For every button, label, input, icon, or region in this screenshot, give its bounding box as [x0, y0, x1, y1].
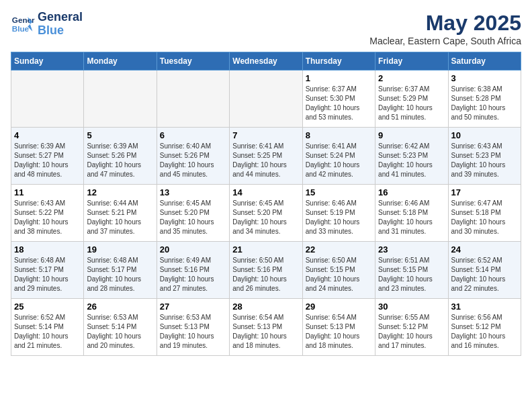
day-number: 27 — [160, 302, 226, 312]
day-number: 25 — [14, 302, 81, 312]
day-number: 31 — [451, 302, 518, 312]
calendar-cell — [84, 71, 157, 128]
calendar-cell: 6Sunrise: 6:40 AMSunset: 5:26 PMDaylight… — [157, 128, 229, 185]
day-number: 15 — [306, 187, 372, 197]
calendar-cell: 17Sunrise: 6:47 AMSunset: 5:18 PMDayligh… — [448, 185, 521, 242]
calendar-cell: 11Sunrise: 6:43 AMSunset: 5:22 PMDayligh… — [11, 185, 84, 242]
day-number: 20 — [160, 244, 226, 255]
calendar-cell: 20Sunrise: 6:49 AMSunset: 5:16 PMDayligh… — [157, 242, 229, 299]
day-info: Sunrise: 6:47 AMSunset: 5:18 PMDaylight:… — [451, 199, 518, 236]
calendar-week-2: 4Sunrise: 6:39 AMSunset: 5:27 PMDaylight… — [11, 128, 521, 185]
calendar-cell — [157, 71, 229, 128]
day-info: Sunrise: 6:53 AMSunset: 5:14 PMDaylight:… — [87, 313, 153, 351]
day-number: 7 — [232, 130, 299, 140]
day-number: 5 — [87, 130, 153, 140]
main-title: May 2025 — [369, 11, 521, 36]
calendar-cell: 29Sunrise: 6:54 AMSunset: 5:13 PMDayligh… — [302, 299, 375, 356]
day-info: Sunrise: 6:41 AMSunset: 5:25 PMDaylight:… — [232, 142, 299, 179]
day-number: 24 — [451, 244, 518, 255]
day-info: Sunrise: 6:41 AMSunset: 5:24 PMDaylight:… — [306, 142, 372, 179]
header-monday: Monday — [84, 52, 157, 71]
day-info: Sunrise: 6:51 AMSunset: 5:15 PMDaylight:… — [378, 256, 445, 293]
day-number: 22 — [306, 244, 372, 255]
day-number: 29 — [306, 302, 372, 312]
calendar-cell: 13Sunrise: 6:45 AMSunset: 5:20 PMDayligh… — [157, 185, 229, 242]
calendar-cell: 30Sunrise: 6:55 AMSunset: 5:12 PMDayligh… — [375, 299, 448, 356]
calendar-cell: 23Sunrise: 6:51 AMSunset: 5:15 PMDayligh… — [375, 242, 448, 299]
day-info: Sunrise: 6:45 AMSunset: 5:20 PMDaylight:… — [160, 199, 226, 236]
day-info: Sunrise: 6:40 AMSunset: 5:26 PMDaylight:… — [160, 142, 226, 179]
logo-icon: General Blue — [11, 12, 35, 36]
calendar-cell: 26Sunrise: 6:53 AMSunset: 5:14 PMDayligh… — [84, 299, 157, 356]
calendar-cell: 19Sunrise: 6:48 AMSunset: 5:17 PMDayligh… — [84, 242, 157, 299]
calendar-cell: 8Sunrise: 6:41 AMSunset: 5:24 PMDaylight… — [302, 128, 375, 185]
calendar-cell: 25Sunrise: 6:52 AMSunset: 5:14 PMDayligh… — [11, 299, 84, 356]
day-number: 18 — [14, 244, 81, 255]
day-number: 8 — [306, 130, 372, 140]
day-info: Sunrise: 6:54 AMSunset: 5:13 PMDaylight:… — [232, 313, 299, 351]
calendar-cell: 1Sunrise: 6:37 AMSunset: 5:30 PMDaylight… — [302, 71, 375, 128]
svg-text:Blue: Blue — [12, 24, 30, 33]
title-area: May 2025 Maclear, Eastern Cape, South Af… — [369, 11, 521, 46]
day-info: Sunrise: 6:37 AMSunset: 5:29 PMDaylight:… — [378, 85, 445, 122]
day-info: Sunrise: 6:38 AMSunset: 5:28 PMDaylight:… — [451, 85, 518, 122]
subtitle: Maclear, Eastern Cape, South Africa — [369, 36, 521, 46]
header-tuesday: Tuesday — [157, 52, 229, 71]
calendar-cell: 14Sunrise: 6:45 AMSunset: 5:20 PMDayligh… — [230, 185, 302, 242]
day-number: 6 — [160, 130, 226, 140]
day-info: Sunrise: 6:46 AMSunset: 5:19 PMDaylight:… — [306, 199, 372, 236]
day-number: 21 — [232, 244, 299, 255]
calendar-cell — [230, 71, 302, 128]
svg-text:General: General — [12, 15, 35, 24]
day-info: Sunrise: 6:37 AMSunset: 5:30 PMDaylight:… — [306, 85, 372, 122]
day-info: Sunrise: 6:50 AMSunset: 5:16 PMDaylight:… — [232, 256, 299, 293]
day-info: Sunrise: 6:43 AMSunset: 5:22 PMDaylight:… — [14, 199, 81, 236]
day-number: 2 — [378, 73, 445, 83]
calendar-cell: 9Sunrise: 6:42 AMSunset: 5:23 PMDaylight… — [375, 128, 448, 185]
calendar-cell — [11, 71, 84, 128]
day-info: Sunrise: 6:46 AMSunset: 5:18 PMDaylight:… — [378, 199, 445, 236]
day-number: 17 — [451, 187, 518, 197]
day-number: 19 — [87, 244, 153, 255]
header-friday: Friday — [375, 52, 448, 71]
day-number: 30 — [378, 302, 445, 312]
day-number: 1 — [306, 73, 372, 83]
day-number: 26 — [87, 302, 153, 312]
day-number: 9 — [378, 130, 445, 140]
day-number: 14 — [232, 187, 299, 197]
calendar-cell: 16Sunrise: 6:46 AMSunset: 5:18 PMDayligh… — [375, 185, 448, 242]
calendar-week-5: 25Sunrise: 6:52 AMSunset: 5:14 PMDayligh… — [11, 299, 521, 356]
calendar-cell: 12Sunrise: 6:44 AMSunset: 5:21 PMDayligh… — [84, 185, 157, 242]
day-info: Sunrise: 6:52 AMSunset: 5:14 PMDaylight:… — [14, 313, 81, 351]
day-number: 3 — [451, 73, 518, 83]
calendar-cell: 7Sunrise: 6:41 AMSunset: 5:25 PMDaylight… — [230, 128, 302, 185]
day-info: Sunrise: 6:53 AMSunset: 5:13 PMDaylight:… — [160, 313, 226, 351]
day-info: Sunrise: 6:39 AMSunset: 5:26 PMDaylight:… — [87, 142, 153, 179]
calendar-cell: 2Sunrise: 6:37 AMSunset: 5:29 PMDaylight… — [375, 71, 448, 128]
calendar-table: SundayMondayTuesdayWednesdayThursdayFrid… — [11, 52, 521, 356]
logo: General Blue General Blue — [11, 11, 83, 38]
day-info: Sunrise: 6:45 AMSunset: 5:20 PMDaylight:… — [232, 199, 299, 236]
header-thursday: Thursday — [302, 52, 375, 71]
page-header: General Blue General Blue May 2025 Macle… — [11, 11, 521, 46]
calendar-cell: 10Sunrise: 6:43 AMSunset: 5:23 PMDayligh… — [448, 128, 521, 185]
calendar-cell: 24Sunrise: 6:52 AMSunset: 5:14 PMDayligh… — [448, 242, 521, 299]
header-sunday: Sunday — [11, 52, 84, 71]
day-number: 4 — [14, 130, 81, 140]
calendar-header-row: SundayMondayTuesdayWednesdayThursdayFrid… — [11, 52, 521, 71]
calendar-cell: 28Sunrise: 6:54 AMSunset: 5:13 PMDayligh… — [230, 299, 302, 356]
day-info: Sunrise: 6:50 AMSunset: 5:15 PMDaylight:… — [306, 256, 372, 293]
day-info: Sunrise: 6:52 AMSunset: 5:14 PMDaylight:… — [451, 256, 518, 293]
calendar-cell: 3Sunrise: 6:38 AMSunset: 5:28 PMDaylight… — [448, 71, 521, 128]
day-number: 10 — [451, 130, 518, 140]
calendar-cell: 18Sunrise: 6:48 AMSunset: 5:17 PMDayligh… — [11, 242, 84, 299]
day-info: Sunrise: 6:56 AMSunset: 5:12 PMDaylight:… — [451, 313, 518, 351]
day-info: Sunrise: 6:43 AMSunset: 5:23 PMDaylight:… — [451, 142, 518, 179]
day-info: Sunrise: 6:42 AMSunset: 5:23 PMDaylight:… — [378, 142, 445, 179]
day-info: Sunrise: 6:55 AMSunset: 5:12 PMDaylight:… — [378, 313, 445, 351]
day-info: Sunrise: 6:39 AMSunset: 5:27 PMDaylight:… — [14, 142, 81, 179]
day-info: Sunrise: 6:49 AMSunset: 5:16 PMDaylight:… — [160, 256, 226, 293]
calendar-week-4: 18Sunrise: 6:48 AMSunset: 5:17 PMDayligh… — [11, 242, 521, 299]
day-number: 23 — [378, 244, 445, 255]
calendar-week-3: 11Sunrise: 6:43 AMSunset: 5:22 PMDayligh… — [11, 185, 521, 242]
